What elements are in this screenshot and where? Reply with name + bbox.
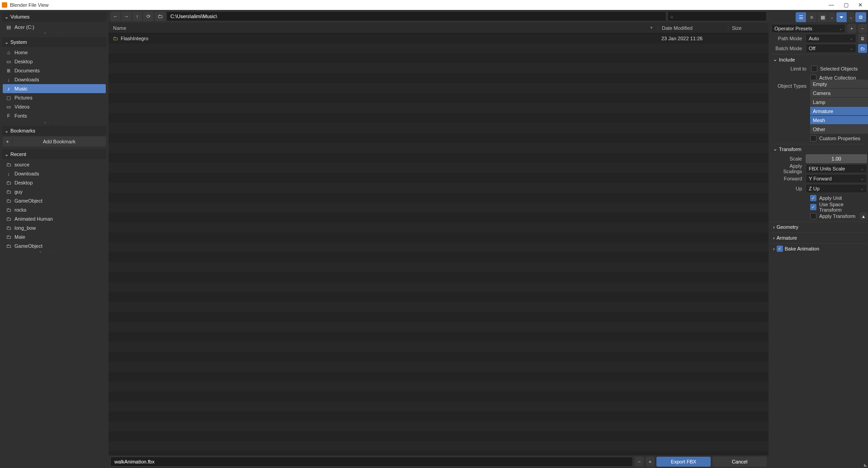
file-toolbar: ← → ↑ ⟳ 🗀 ⌕: [108, 10, 769, 23]
object-type-empty[interactable]: Empty: [810, 80, 868, 89]
drag-handle[interactable]: ▸ ::::: [3, 32, 106, 34]
scale-input[interactable]: 1.00: [806, 154, 867, 163]
system-header[interactable]: ⌄ System: [2, 37, 107, 47]
operator-presets-select[interactable]: Operator Presets ⌄: [771, 24, 845, 33]
apply-unit-checkbox[interactable]: ✓: [810, 195, 816, 201]
left-sidebar: ⌄ Volumes ▤ Acer (C:) ▸ :::: ⌄ System ⌂H…: [0, 10, 108, 468]
recent-item[interactable]: 🗀GameObject: [3, 241, 97, 251]
chevron-down-icon: ⌄: [5, 39, 9, 45]
system-item-label: Home: [14, 50, 28, 55]
recent-item[interactable]: 🗀Animated Human: [3, 214, 97, 223]
include-section-header[interactable]: ⌄ Include: [771, 54, 867, 64]
close-button[interactable]: ✕: [857, 2, 863, 8]
batch-own-dir-button[interactable]: 🗀: [858, 44, 867, 53]
system-item-videos[interactable]: ▭Videos: [3, 102, 106, 111]
recent-item[interactable]: 🗀source: [3, 160, 97, 169]
object-type-armature[interactable]: Armature: [810, 107, 868, 116]
new-folder-button[interactable]: 🗀: [155, 11, 165, 21]
volume-label: Acer (C:): [14, 24, 34, 30]
add-bookmark-label: Add Bookmark: [13, 139, 106, 144]
system-item-fonts[interactable]: FFonts: [3, 111, 106, 120]
system-item-label: Pictures: [14, 95, 33, 100]
filter-dropdown-button[interactable]: ⌄: [847, 12, 854, 22]
drag-handle[interactable]: ▸ ::::: [2, 121, 107, 124]
forward-select[interactable]: Y Forward ⌄: [806, 174, 867, 183]
recent-item-label: guy: [14, 189, 23, 194]
geometry-section-header[interactable]: › Geometry: [771, 222, 867, 232]
file-row[interactable]: 🗀 FlashIntegro 23 Jan 2022 11:26: [108, 33, 769, 43]
object-type-other[interactable]: Other: [810, 125, 868, 134]
object-type-mesh[interactable]: Mesh: [810, 116, 868, 125]
nav-back-button[interactable]: ←: [110, 11, 121, 21]
column-date-header[interactable]: Date Modified: [658, 25, 728, 31]
volumes-header[interactable]: ⌄ Volumes: [2, 12, 107, 22]
column-name-header[interactable]: Name ▼: [108, 25, 658, 31]
add-bookmark-button[interactable]: + Add Bookmark: [3, 137, 106, 147]
recent-item[interactable]: 🗀guy: [3, 187, 97, 196]
recent-item[interactable]: 🗀Desktop: [3, 178, 97, 187]
path-mode-select[interactable]: Auto ⌄: [806, 34, 856, 43]
system-item-documents[interactable]: 🗎Documents: [3, 66, 106, 75]
recent-item[interactable]: 🗀GameObject: [3, 196, 97, 205]
chevron-down-icon: ⌄: [5, 151, 9, 157]
object-type-camera[interactable]: Camera: [810, 89, 868, 98]
use-space-transform-checkbox[interactable]: ✓: [810, 204, 816, 210]
column-size-header[interactable]: Size: [728, 25, 769, 31]
system-item-home[interactable]: ⌂Home: [3, 48, 106, 57]
recent-item-label: rocks: [14, 207, 26, 213]
nav-refresh-button[interactable]: ⟳: [143, 11, 154, 21]
view-grid-button[interactable]: ▦: [817, 12, 828, 22]
up-select[interactable]: Z Up ⌄: [806, 184, 867, 193]
embed-textures-button[interactable]: 🗎: [858, 34, 867, 43]
filename-input[interactable]: [110, 457, 633, 467]
apply-scalings-select[interactable]: FBX Units Scale ⌄: [806, 164, 867, 173]
export-button[interactable]: Export FBX: [656, 457, 711, 467]
recent-item-label: long_bow: [14, 225, 36, 231]
system-item-music[interactable]: ♪Music: [3, 84, 106, 93]
preset-add-button[interactable]: +: [847, 24, 856, 33]
drag-handle[interactable]: ▸ ::::: [3, 251, 97, 253]
increment-button[interactable]: +: [646, 457, 655, 467]
bookmarks-header[interactable]: ⌄ Bookmarks: [2, 126, 107, 136]
nav-up-button[interactable]: ↑: [132, 11, 143, 21]
decrement-button[interactable]: −: [635, 457, 644, 467]
bookmarks-label: Bookmarks: [10, 128, 35, 133]
volume-item-acer-c[interactable]: ▤ Acer (C:): [3, 23, 106, 32]
view-dropdown-button[interactable]: ⌄: [828, 12, 835, 22]
recent-item[interactable]: 🗀long_bow: [3, 223, 97, 232]
settings-button[interactable]: ⚙: [855, 12, 866, 22]
system-item-desktop[interactable]: ▭Desktop: [3, 57, 106, 66]
transform-section-header[interactable]: ⌄ Transform: [771, 144, 867, 154]
minimize-button[interactable]: —: [828, 2, 835, 8]
view-list-button[interactable]: ☰: [796, 12, 807, 22]
cancel-button[interactable]: Cancel: [712, 457, 767, 467]
file-name: FlashIntegro: [121, 36, 148, 41]
bake-animation-section-header[interactable]: › ✓ Bake Animation: [771, 243, 867, 253]
apply-transform-checkbox[interactable]: [810, 213, 816, 219]
maximize-button[interactable]: ▢: [843, 2, 849, 8]
system-item-downloads[interactable]: ↓Downloads: [3, 75, 106, 84]
column-headers: Name ▼ Date Modified Size: [108, 23, 769, 33]
recent-item[interactable]: ↓Downloads: [3, 169, 97, 178]
recent-header[interactable]: ⌄ Recent: [2, 149, 107, 159]
custom-properties-checkbox[interactable]: [810, 135, 816, 142]
search-input[interactable]: ⌕: [667, 11, 767, 21]
recent-item[interactable]: 🗀Male: [3, 232, 97, 241]
filter-button[interactable]: ⏷: [836, 12, 847, 22]
collapse-corner-icon[interactable]: ◣: [864, 463, 867, 467]
recent-item[interactable]: 🗀rocks: [3, 205, 97, 214]
system-item-pictures[interactable]: ▢Pictures: [3, 93, 106, 102]
system-icon: ▭: [5, 59, 12, 65]
view-detail-button[interactable]: ≡: [807, 12, 817, 22]
path-input[interactable]: [166, 11, 666, 21]
nav-forward-button[interactable]: →: [121, 11, 132, 21]
batch-mode-select[interactable]: Off ⌄: [806, 44, 856, 53]
preset-remove-button[interactable]: −: [858, 24, 867, 33]
armature-section-header[interactable]: › Armature: [771, 232, 867, 242]
file-list[interactable]: 🗀 FlashIntegro 23 Jan 2022 11:26: [108, 33, 769, 455]
chevron-down-icon: ⌄: [850, 47, 853, 51]
selected-objects-checkbox[interactable]: [811, 66, 817, 72]
batch-mode-label: Batch Mode: [771, 46, 804, 51]
object-type-lamp[interactable]: Lamp: [810, 98, 868, 107]
bake-animation-checkbox[interactable]: ✓: [777, 246, 783, 252]
